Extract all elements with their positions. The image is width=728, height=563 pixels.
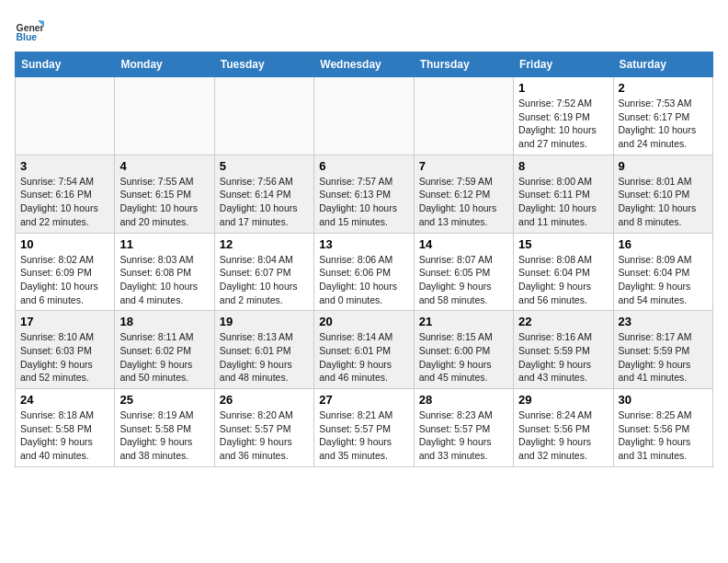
day-number: 12: [220, 237, 309, 251]
day-number: 28: [419, 393, 508, 407]
day-number: 18: [119, 315, 209, 328]
calendar-cell: 17Sunrise: 8:10 AM Sunset: 6:03 PM Dayli…: [16, 311, 115, 389]
calendar-cell: 24Sunrise: 8:18 AM Sunset: 5:58 PM Dayli…: [16, 389, 115, 467]
calendar-cell: 5Sunrise: 7:56 AM Sunset: 6:14 PM Daylig…: [214, 155, 313, 233]
day-info: Sunrise: 8:11 AM Sunset: 6:02 PM Dayligh…: [119, 330, 209, 385]
calendar-week-row: 10Sunrise: 8:02 AM Sunset: 6:09 PM Dayli…: [16, 233, 713, 311]
day-number: 25: [119, 393, 209, 407]
day-number: 27: [319, 393, 408, 407]
day-number: 1: [518, 81, 608, 95]
day-info: Sunrise: 8:10 AM Sunset: 6:03 PM Dayligh…: [20, 330, 109, 385]
calendar-cell: 13Sunrise: 8:06 AM Sunset: 6:06 PM Dayli…: [314, 233, 414, 311]
calendar-header-row: SundayMondayTuesdayWednesdayThursdayFrid…: [16, 52, 713, 77]
day-number: 11: [119, 237, 209, 251]
calendar-cell: 21Sunrise: 8:15 AM Sunset: 6:00 PM Dayli…: [414, 311, 513, 389]
calendar-cell: [414, 77, 513, 155]
calendar-cell: 1Sunrise: 7:52 AM Sunset: 6:19 PM Daylig…: [514, 77, 613, 155]
calendar-cell: [214, 77, 313, 155]
svg-text:Blue: Blue: [17, 32, 38, 42]
calendar-week-row: 17Sunrise: 8:10 AM Sunset: 6:03 PM Dayli…: [16, 311, 713, 389]
day-info: Sunrise: 8:21 AM Sunset: 5:57 PM Dayligh…: [319, 408, 408, 463]
day-info: Sunrise: 8:19 AM Sunset: 5:58 PM Dayligh…: [119, 408, 209, 463]
calendar-cell: 6Sunrise: 7:57 AM Sunset: 6:13 PM Daylig…: [314, 155, 414, 233]
calendar-cell: 15Sunrise: 8:08 AM Sunset: 6:04 PM Dayli…: [514, 233, 613, 311]
calendar-header-thursday: Thursday: [414, 52, 513, 77]
calendar-cell: 29Sunrise: 8:24 AM Sunset: 5:56 PM Dayli…: [514, 389, 613, 467]
day-number: 7: [419, 159, 508, 173]
calendar-header-sunday: Sunday: [16, 52, 115, 77]
day-info: Sunrise: 8:02 AM Sunset: 6:09 PM Dayligh…: [20, 253, 109, 307]
day-info: Sunrise: 7:53 AM Sunset: 6:17 PM Dayligh…: [619, 97, 708, 151]
svg-text:General: General: [17, 23, 44, 33]
day-number: 8: [518, 159, 608, 173]
calendar-header-tuesday: Tuesday: [214, 52, 313, 77]
day-number: 14: [419, 237, 508, 251]
day-info: Sunrise: 8:23 AM Sunset: 5:57 PM Dayligh…: [419, 408, 508, 463]
day-number: 17: [20, 315, 109, 328]
day-info: Sunrise: 8:08 AM Sunset: 6:04 PM Dayligh…: [518, 253, 608, 307]
calendar-cell: 28Sunrise: 8:23 AM Sunset: 5:57 PM Dayli…: [414, 389, 513, 467]
day-info: Sunrise: 8:09 AM Sunset: 6:04 PM Dayligh…: [619, 253, 708, 307]
day-number: 22: [518, 315, 608, 328]
day-number: 10: [20, 237, 109, 251]
calendar-cell: 11Sunrise: 8:03 AM Sunset: 6:08 PM Dayli…: [115, 233, 214, 311]
day-info: Sunrise: 8:06 AM Sunset: 6:06 PM Dayligh…: [319, 253, 408, 307]
calendar-week-row: 3Sunrise: 7:54 AM Sunset: 6:16 PM Daylig…: [16, 155, 713, 233]
day-info: Sunrise: 8:25 AM Sunset: 5:56 PM Dayligh…: [619, 408, 708, 463]
day-info: Sunrise: 7:57 AM Sunset: 6:13 PM Dayligh…: [319, 175, 408, 229]
calendar-cell: 27Sunrise: 8:21 AM Sunset: 5:57 PM Dayli…: [314, 389, 414, 467]
calendar-header-monday: Monday: [115, 52, 214, 77]
day-info: Sunrise: 8:13 AM Sunset: 6:01 PM Dayligh…: [220, 330, 309, 385]
calendar-cell: 8Sunrise: 8:00 AM Sunset: 6:11 PM Daylig…: [514, 155, 613, 233]
day-info: Sunrise: 7:55 AM Sunset: 6:15 PM Dayligh…: [119, 175, 209, 229]
day-info: Sunrise: 8:03 AM Sunset: 6:08 PM Dayligh…: [119, 253, 209, 307]
calendar-table: SundayMondayTuesdayWednesdayThursdayFrid…: [15, 52, 713, 467]
day-info: Sunrise: 8:15 AM Sunset: 6:00 PM Dayligh…: [419, 330, 508, 385]
calendar-cell: [115, 77, 214, 155]
day-info: Sunrise: 8:20 AM Sunset: 5:57 PM Dayligh…: [220, 408, 309, 463]
calendar-cell: 2Sunrise: 7:53 AM Sunset: 6:17 PM Daylig…: [613, 77, 712, 155]
day-number: 4: [119, 159, 209, 173]
day-number: 13: [319, 237, 408, 251]
calendar-cell: 4Sunrise: 7:55 AM Sunset: 6:15 PM Daylig…: [115, 155, 214, 233]
calendar-cell: 3Sunrise: 7:54 AM Sunset: 6:16 PM Daylig…: [16, 155, 115, 233]
day-number: 29: [518, 393, 608, 407]
calendar-cell: 26Sunrise: 8:20 AM Sunset: 5:57 PM Dayli…: [214, 389, 313, 467]
day-number: 23: [619, 315, 708, 328]
calendar-cell: 20Sunrise: 8:14 AM Sunset: 6:01 PM Dayli…: [314, 311, 414, 389]
day-number: 16: [619, 237, 708, 251]
calendar-cell: 25Sunrise: 8:19 AM Sunset: 5:58 PM Dayli…: [115, 389, 214, 467]
calendar-cell: [16, 77, 115, 155]
day-info: Sunrise: 8:18 AM Sunset: 5:58 PM Dayligh…: [20, 408, 109, 463]
calendar-week-row: 1Sunrise: 7:52 AM Sunset: 6:19 PM Daylig…: [16, 77, 713, 155]
day-number: 9: [619, 159, 708, 173]
day-number: 20: [319, 315, 408, 328]
calendar-header-wednesday: Wednesday: [314, 52, 414, 77]
day-info: Sunrise: 8:01 AM Sunset: 6:10 PM Dayligh…: [619, 175, 708, 229]
day-info: Sunrise: 8:24 AM Sunset: 5:56 PM Dayligh…: [518, 408, 608, 463]
day-number: 19: [220, 315, 309, 328]
page-header: General Blue: [15, 15, 713, 44]
calendar-cell: [314, 77, 414, 155]
day-info: Sunrise: 8:07 AM Sunset: 6:05 PM Dayligh…: [419, 253, 508, 307]
day-info: Sunrise: 8:17 AM Sunset: 5:59 PM Dayligh…: [619, 330, 708, 385]
calendar-cell: 14Sunrise: 8:07 AM Sunset: 6:05 PM Dayli…: [414, 233, 513, 311]
day-number: 3: [20, 159, 109, 173]
day-info: Sunrise: 8:00 AM Sunset: 6:11 PM Dayligh…: [518, 175, 608, 229]
day-number: 2: [619, 81, 708, 95]
day-number: 26: [220, 393, 309, 407]
day-info: Sunrise: 8:16 AM Sunset: 5:59 PM Dayligh…: [518, 330, 608, 385]
calendar-cell: 19Sunrise: 8:13 AM Sunset: 6:01 PM Dayli…: [214, 311, 313, 389]
day-info: Sunrise: 8:14 AM Sunset: 6:01 PM Dayligh…: [319, 330, 408, 385]
day-number: 30: [619, 393, 708, 407]
calendar-cell: 9Sunrise: 8:01 AM Sunset: 6:10 PM Daylig…: [613, 155, 712, 233]
logo-icon: General Blue: [15, 15, 44, 44]
calendar-cell: 30Sunrise: 8:25 AM Sunset: 5:56 PM Dayli…: [613, 389, 712, 467]
calendar-cell: 16Sunrise: 8:09 AM Sunset: 6:04 PM Dayli…: [613, 233, 712, 311]
logo: General Blue: [15, 15, 48, 44]
day-number: 24: [20, 393, 109, 407]
calendar-cell: 7Sunrise: 7:59 AM Sunset: 6:12 PM Daylig…: [414, 155, 513, 233]
day-info: Sunrise: 7:52 AM Sunset: 6:19 PM Dayligh…: [518, 97, 608, 151]
day-number: 5: [220, 159, 309, 173]
calendar-cell: 12Sunrise: 8:04 AM Sunset: 6:07 PM Dayli…: [214, 233, 313, 311]
